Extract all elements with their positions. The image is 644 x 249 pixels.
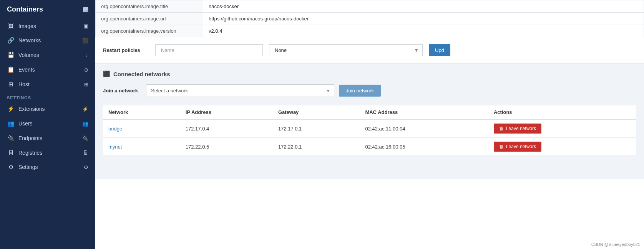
net-table-header: Actions — [488, 105, 636, 119]
sidebar-item-endpoints-label: Endpoints — [18, 135, 42, 141]
sidebar-item-settings-label: Settings — [18, 164, 38, 170]
gateway-cell: 172.17.0.1 — [273, 119, 360, 138]
leave-network-label: Leave network — [506, 144, 536, 149]
events-icon: 📋 — [7, 66, 15, 73]
sidebar-item-volumes-label: Volumes — [18, 52, 39, 58]
mac-address-cell: 02:42:ac:16:00:05 — [360, 138, 488, 156]
sidebar-item-registries-label: Registries — [18, 150, 42, 156]
sidebar-item-users[interactable]: 👥 Users 👥 — [0, 116, 95, 131]
registries-nav-icon: 🗄 — [83, 150, 88, 155]
users-icon: 👥 — [7, 120, 15, 127]
sidebar: Containers ▦ 🖼 Images ▣ 🔗 Networks ⬛ 💾 V… — [0, 0, 95, 249]
ip-address-cell: 172.22.0.5 — [180, 138, 273, 156]
sidebar-item-host-label: Host — [18, 81, 30, 87]
network-name-cell[interactable]: bridge — [103, 119, 180, 138]
networks-section: ⬛ Connected networks Join a network Sele… — [95, 64, 644, 179]
events-nav-icon: ⊙ — [84, 67, 88, 73]
volumes-nav-icon: ⧙ — [86, 52, 88, 58]
net-table-header: Network — [103, 105, 180, 119]
sidebar-item-networks[interactable]: 🔗 Networks ⬛ — [0, 33, 95, 48]
settings-section-label: SETTINGS — [0, 92, 95, 102]
sidebar-item-users-label: Users — [18, 120, 33, 127]
sidebar-item-endpoints[interactable]: 🔌 Endpoints 🔌 — [0, 131, 95, 145]
info-key: org.opencontainers.image.url — [96, 13, 203, 25]
connected-networks-title: Connected networks — [113, 71, 170, 77]
join-network-row: Join a network Select a network ▼ Join n… — [103, 84, 636, 97]
info-value: https://github.com/nacos-group/nacos-doc… — [203, 13, 644, 25]
endpoints-nav-icon: 🔌 — [82, 135, 88, 141]
ip-address-cell: 172.17.0.4 — [180, 119, 273, 138]
actions-cell: 🗑 Leave network — [488, 119, 636, 138]
info-value: v2.0.4 — [203, 25, 644, 37]
sidebar-item-settings[interactable]: ⚙ Settings ⚙ — [0, 160, 95, 174]
mac-address-cell: 02:42:ac:11:00:04 — [360, 119, 488, 138]
info-table-row: org.opencontainers.image.urlhttps://gith… — [96, 13, 644, 25]
sidebar-title-text: Containers — [7, 5, 43, 13]
main-content: org.opencontainers.image.titlenacos-dock… — [95, 0, 644, 249]
extensions-icon: ⚡ — [7, 105, 15, 112]
info-value: nacos-docker — [203, 0, 644, 13]
sidebar-item-images[interactable]: 🖼 Images ▣ — [0, 19, 95, 33]
networks-icon: 🔗 — [7, 37, 15, 44]
actions-cell: 🗑 Leave network — [488, 138, 636, 156]
trash-icon: 🗑 — [499, 144, 504, 149]
network-select[interactable]: Select a network — [146, 84, 334, 97]
net-table-row: mynet 172.22.0.5 172.22.0.1 02:42:ac:16:… — [103, 138, 636, 156]
sidebar-title: Containers ▦ — [0, 0, 95, 19]
extensions-nav-icon: ⚡ — [82, 106, 88, 112]
network-name-cell[interactable]: mynet — [103, 138, 180, 156]
gateway-cell: 172.22.0.1 — [273, 138, 360, 156]
endpoints-icon: 🔌 — [7, 135, 15, 142]
registries-icon: 🗄 — [7, 149, 15, 156]
connected-networks-icon: ⬛ — [103, 70, 110, 77]
volumes-icon: 💾 — [7, 52, 15, 58]
restart-name-field: Name — [155, 44, 263, 56]
watermark: CSDN @Blueeyedboy521 — [591, 242, 640, 247]
sidebar-item-extensions[interactable]: ⚡ Extensions ⚡ — [0, 102, 95, 116]
sidebar-item-events-label: Events — [18, 67, 35, 73]
networks-table: NetworkIP AddressGatewayMAC AddressActio… — [103, 105, 636, 156]
settings-icon: ⚙ — [7, 164, 15, 170]
update-button[interactable]: Upd — [429, 44, 450, 56]
net-table-header: IP Address — [180, 105, 273, 119]
containers-icon: ▦ — [83, 6, 88, 13]
sidebar-item-extensions-label: Extensions — [18, 106, 45, 112]
join-label: Join a network — [103, 88, 141, 94]
sidebar-item-networks-label: Networks — [18, 37, 41, 43]
networks-header: ⬛ Connected networks — [103, 70, 636, 77]
host-nav-icon: ⊞ — [84, 82, 88, 87]
net-table-header: Gateway — [273, 105, 360, 119]
networks-nav-icon: ⬛ — [82, 38, 88, 43]
info-key: org.opencontainers.image.title — [96, 0, 203, 13]
sidebar-item-events[interactable]: 📋 Events ⊙ — [0, 62, 95, 77]
info-key: org.opencontainers.image.version — [96, 25, 203, 37]
net-table-header: MAC Address — [360, 105, 488, 119]
settings-nav-icon: ⚙ — [84, 164, 88, 170]
sidebar-item-images-label: Images — [18, 23, 36, 29]
info-table-row: org.opencontainers.image.titlenacos-dock… — [96, 0, 644, 13]
net-table-row: bridge 172.17.0.4 172.17.0.1 02:42:ac:11… — [103, 119, 636, 138]
trash-icon: 🗑 — [499, 126, 504, 131]
sidebar-item-host[interactable]: ⊞ Host ⊞ — [0, 77, 95, 92]
join-network-button[interactable]: Join network — [339, 85, 381, 97]
images-nav-icon: ▣ — [84, 23, 88, 29]
info-table: org.opencontainers.image.titlenacos-dock… — [95, 0, 644, 37]
sidebar-item-registries[interactable]: 🗄 Registries 🗄 — [0, 145, 95, 160]
leave-network-button[interactable]: 🗑 Leave network — [494, 124, 541, 134]
leave-network-label: Leave network — [506, 126, 536, 131]
restart-select[interactable]: None — [269, 44, 423, 56]
restart-name-placeholder: Name — [161, 47, 174, 53]
info-table-row: org.opencontainers.image.versionv2.0.4 — [96, 25, 644, 37]
restart-label: Restart policies — [103, 47, 149, 53]
leave-network-button[interactable]: 🗑 Leave network — [494, 142, 541, 152]
images-icon: 🖼 — [7, 23, 15, 29]
users-nav-icon: 👥 — [82, 121, 88, 127]
network-select-wrapper: Select a network ▼ — [146, 84, 334, 97]
host-icon: ⊞ — [7, 81, 15, 88]
restart-policies-section: Restart policies Name None ▼ Upd — [95, 37, 644, 64]
sidebar-item-volumes[interactable]: 💾 Volumes ⧙ — [0, 48, 95, 62]
